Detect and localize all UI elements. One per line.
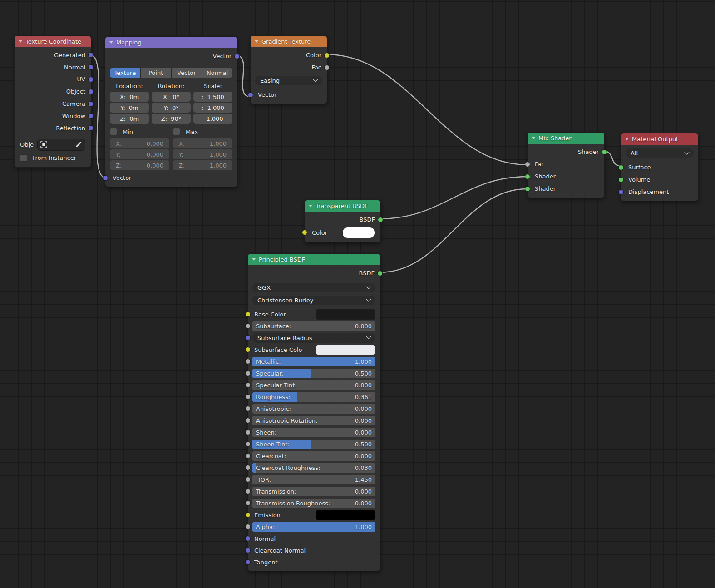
sheen-tint-slider[interactable]: Sheen Tint:0.500 <box>252 440 375 449</box>
min-x-field[interactable]: X:0.000 <box>110 138 169 148</box>
input-socket-transmission-roughness[interactable] <box>245 500 251 506</box>
input-socket-color[interactable] <box>302 230 307 235</box>
subsurface-slider[interactable]: Subsurface:0.000 <box>252 321 375 331</box>
output-socket-color[interactable] <box>324 53 330 58</box>
output-socket-uv[interactable] <box>88 77 94 82</box>
output-socket-window[interactable] <box>88 113 94 119</box>
input-socket-subsurface[interactable] <box>245 323 251 329</box>
specular-tint-slider[interactable]: Specular Tint:0.000 <box>252 380 375 390</box>
metallic-slider[interactable]: Metallic:1.000 <box>252 357 375 366</box>
input-socket-sheen-tint[interactable] <box>245 441 251 447</box>
output-socket-fac[interactable] <box>324 65 330 70</box>
input-socket-clearcoat[interactable] <box>245 453 251 459</box>
input-socket-tangent[interactable] <box>245 559 251 565</box>
tab-normal[interactable]: Normal <box>202 68 232 78</box>
node-header[interactable]: Transparent BSDF <box>305 200 380 212</box>
tab-vector[interactable]: Vector <box>172 68 202 78</box>
collapse-arrow-icon[interactable] <box>19 40 22 43</box>
input-socket-roughness[interactable] <box>245 394 251 400</box>
node-header[interactable]: Texture Coordinate <box>15 36 91 47</box>
subsurface-method-dropdown[interactable]: Christensen-Burley <box>252 296 375 305</box>
input-socket-ior[interactable] <box>245 477 251 482</box>
node-header[interactable]: Gradient Texture <box>251 36 327 47</box>
location-y-field[interactable]: Y:0m <box>110 103 149 113</box>
input-socket-clearcoat-normal[interactable] <box>245 548 251 553</box>
tab-texture[interactable]: Texture <box>110 68 140 78</box>
location-z-field[interactable]: Z:0m <box>110 114 149 124</box>
output-socket-reflection[interactable] <box>88 125 94 131</box>
node-header[interactable]: Principled BSDF <box>248 254 380 265</box>
tab-point[interactable]: Point <box>141 68 171 78</box>
input-socket-transmission[interactable] <box>245 489 251 494</box>
alpha-slider[interactable]: Alpha:1.000 <box>252 522 375 532</box>
output-socket-generated[interactable] <box>88 52 94 58</box>
input-socket-subsurface-radius[interactable] <box>245 335 251 341</box>
scale-y-field[interactable]: :1.000 <box>193 103 232 113</box>
output-socket-vector[interactable] <box>234 54 240 59</box>
sheen-slider[interactable]: Sheen:0.000 <box>252 428 375 437</box>
collapse-arrow-icon[interactable] <box>109 41 113 44</box>
input-socket-specular[interactable] <box>245 371 251 376</box>
input-socket-sheen[interactable] <box>245 430 251 435</box>
output-socket-normal[interactable] <box>88 64 94 70</box>
clearcoat-slider[interactable]: Clearcoat:0.000 <box>252 451 375 461</box>
input-socket-displacement[interactable] <box>618 189 624 195</box>
collapse-arrow-icon[interactable] <box>309 205 312 207</box>
target-dropdown[interactable]: All <box>626 148 694 158</box>
input-socket-metallic[interactable] <box>245 359 251 364</box>
collapse-arrow-icon[interactable] <box>255 40 258 43</box>
emission-color-swatch[interactable] <box>316 510 375 520</box>
output-socket-bsdf[interactable] <box>377 271 383 276</box>
color-swatch[interactable] <box>342 227 375 238</box>
min-y-field[interactable]: Y:0.000 <box>110 149 169 159</box>
eyedropper-icon[interactable] <box>75 141 82 148</box>
collapse-arrow-icon[interactable] <box>625 138 629 140</box>
collapse-arrow-icon[interactable] <box>532 137 535 139</box>
min-z-field[interactable]: Z:0.000 <box>110 160 169 170</box>
input-socket-volume[interactable] <box>618 177 624 183</box>
output-socket-shader[interactable] <box>602 149 607 155</box>
anisotropic-rotation-slider[interactable]: Anisotropic Rotation:0.000 <box>252 416 375 425</box>
gradient-type-dropdown[interactable]: Easing <box>255 76 322 85</box>
transmission-roughness-slider[interactable]: Transmission Roughness:0.000 <box>252 499 375 508</box>
input-socket-anisotropic[interactable] <box>245 406 251 411</box>
rotation-x-field[interactable]: X:0° <box>152 92 191 102</box>
input-socket-shader-1[interactable] <box>525 174 530 179</box>
input-socket-surface[interactable] <box>618 165 624 170</box>
distribution-dropdown[interactable]: GGX <box>252 283 375 292</box>
anisotropic-slider[interactable]: Anisotropic:0.000 <box>252 404 375 414</box>
input-socket-specular-tint[interactable] <box>245 382 251 388</box>
input-socket-base-color[interactable] <box>245 311 251 317</box>
rotation-y-field[interactable]: Y:0° <box>152 103 191 113</box>
rotation-z-field[interactable]: Z:90° <box>152 114 191 124</box>
subsurface-radius-dropdown[interactable]: Subsurface Radius <box>252 333 375 343</box>
output-socket-camera[interactable] <box>88 101 94 107</box>
input-socket-vector[interactable] <box>248 92 253 98</box>
input-socket-shader-2[interactable] <box>525 186 530 192</box>
transmission-slider[interactable]: Transmission:0.000 <box>252 487 375 496</box>
node-header[interactable]: Mapping <box>105 37 237 48</box>
input-socket-subsurface-color[interactable] <box>245 347 251 352</box>
input-socket-emission[interactable] <box>245 512 251 518</box>
node-header[interactable]: Mix Shader <box>528 133 604 144</box>
input-socket-fac[interactable] <box>525 162 530 167</box>
max-z-field[interactable]: Z:1.000 <box>173 160 232 170</box>
base-color-swatch[interactable] <box>316 309 375 320</box>
object-picker-field[interactable] <box>37 139 85 151</box>
roughness-slider[interactable]: Roughness:0.361 <box>252 392 375 402</box>
output-socket-bsdf[interactable] <box>378 217 383 222</box>
output-socket-object[interactable] <box>88 89 94 94</box>
input-socket-vector[interactable] <box>103 175 108 181</box>
max-checkbox[interactable] <box>173 128 180 135</box>
specular-slider[interactable]: Specular:0.500 <box>252 369 375 378</box>
subsurface-color-swatch[interactable] <box>316 345 375 355</box>
from-instancer-checkbox[interactable] <box>20 154 27 162</box>
scale-x-field[interactable]: :1.500 <box>193 92 232 102</box>
input-socket-alpha[interactable] <box>245 524 251 529</box>
node-header[interactable]: Material Output <box>621 133 698 145</box>
max-y-field[interactable]: Y:1.000 <box>173 149 232 159</box>
clearcoat-roughness-slider[interactable]: Clearcoat Roughness:0.030 <box>252 463 375 473</box>
input-socket-clearcoat-roughness[interactable] <box>245 465 251 470</box>
max-x-field[interactable]: X:1.000 <box>173 138 232 148</box>
scale-z-field[interactable]: 1.000 <box>193 114 232 124</box>
